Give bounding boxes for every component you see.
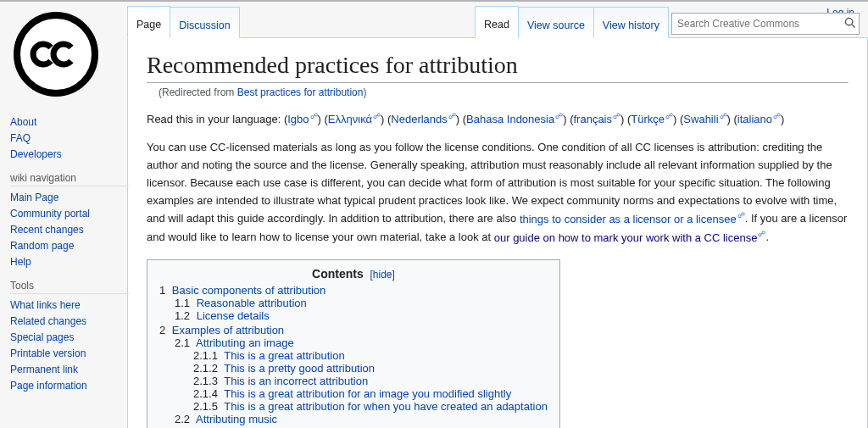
external-link-icon: ☍ <box>448 112 456 120</box>
svg-line-2 <box>852 25 855 27</box>
external-link-icon: ☍ <box>737 211 745 220</box>
sidebar-item[interactable]: Related changes <box>10 315 86 327</box>
toc-link[interactable]: Examples of attribution <box>172 324 284 336</box>
sidebar-primary: AboutFAQDevelopers <box>10 114 129 164</box>
toc-link[interactable]: Basic components of attribution <box>172 284 326 297</box>
tab-row: PageDiscussion ReadView sourceView histo… <box>127 2 868 38</box>
lang-link[interactable]: Bahasa Indonesia <box>466 113 554 125</box>
language-line: Read this in your language: (Igbo☍) (Ελλ… <box>147 110 849 129</box>
sidebar-tools-heading: Tools <box>10 280 129 294</box>
toc-link[interactable]: Attributing music <box>196 413 277 425</box>
tab-view-history[interactable]: View history <box>593 7 669 38</box>
toc-link[interactable]: License details <box>197 309 270 322</box>
sidebar-item[interactable]: About <box>10 116 36 128</box>
lang-link[interactable]: Igbo <box>287 113 309 125</box>
sidebar-item[interactable]: Help <box>10 256 31 268</box>
external-link-icon: ☍ <box>613 112 620 120</box>
svg-point-1 <box>845 18 852 25</box>
sidebar-item[interactable]: Printable version <box>10 347 86 359</box>
redirected-from: (Redirected from Best practices for attr… <box>159 86 849 98</box>
search-icon[interactable] <box>842 17 859 31</box>
table-of-contents: Contents [hide] 1 Basic components of at… <box>147 259 560 428</box>
intro-paragraph: You can use CC-licensed materials as lon… <box>147 139 849 247</box>
tab-discussion[interactable]: Discussion <box>170 7 239 38</box>
toc-link[interactable]: This is an incorrect attribution <box>224 375 368 387</box>
lang-link[interactable]: Türkçe <box>631 113 665 125</box>
main-content: Recommended practices for attribution (R… <box>127 38 868 428</box>
sidebar-nav-heading: wiki navigation <box>10 172 129 186</box>
external-link-icon: ☍ <box>665 112 673 120</box>
sidebar-item[interactable]: Page information <box>10 380 87 392</box>
cc-logo-icon <box>14 12 98 97</box>
sidebar-item[interactable]: What links here <box>10 299 81 311</box>
toc-link[interactable]: This is a great attribution for when you… <box>224 400 548 413</box>
marking-guide-link[interactable]: our guide on how to mark your work with … <box>494 231 766 244</box>
external-link-icon: ☍ <box>310 112 318 120</box>
external-link-icon: ☍ <box>555 112 563 120</box>
sidebar-item[interactable]: Permanent link <box>10 364 78 375</box>
search-box <box>671 13 860 35</box>
tab-view-source[interactable]: View source <box>518 7 594 38</box>
toc-hide-link[interactable]: [hide] <box>370 269 394 281</box>
toc-link[interactable]: Reasonable attribution <box>197 297 307 309</box>
redirected-link[interactable]: Best practices for attribution <box>237 86 364 98</box>
toc-link[interactable]: This is a great attribution for an image… <box>224 387 511 400</box>
lang-link[interactable]: Nederlands <box>391 113 448 125</box>
toc-heading: Contents <box>312 267 364 281</box>
search-input[interactable] <box>672 18 842 30</box>
sidebar-item[interactable]: Recent changes <box>10 224 84 236</box>
external-link-icon: ☍ <box>773 112 781 120</box>
toc-link[interactable]: This is a pretty good attribution <box>224 362 375 375</box>
sidebar: AboutFAQDevelopers wiki navigation Main … <box>0 2 129 400</box>
considerations-link[interactable]: things to consider as a licensor or a li… <box>520 213 745 225</box>
sidebar-item[interactable]: FAQ <box>10 132 31 144</box>
external-link-icon: ☍ <box>720 112 727 120</box>
sidebar-item[interactable]: Random page <box>10 240 74 252</box>
sidebar-item[interactable]: Main Page <box>10 192 58 203</box>
external-link-icon: ☍ <box>373 112 381 120</box>
lang-prefix: Read this in your language: <box>147 113 284 125</box>
lang-link[interactable]: français <box>573 113 612 125</box>
logo-link[interactable] <box>14 86 98 99</box>
page-title: Recommended practices for attribution <box>147 52 849 83</box>
toc-link[interactable]: This is a great attribution <box>224 349 344 362</box>
tab-page[interactable]: Page <box>127 6 170 38</box>
sidebar-item[interactable]: Community portal <box>10 208 90 220</box>
sidebar-item[interactable]: Special pages <box>10 331 74 343</box>
lang-link[interactable]: italiano <box>737 113 772 125</box>
lang-link[interactable]: Swahili <box>683 113 718 125</box>
toc-link[interactable]: Attributing an image <box>196 336 294 349</box>
tab-read[interactable]: Read <box>475 6 519 38</box>
sidebar-item[interactable]: Developers <box>10 148 62 160</box>
lang-link[interactable]: Ελληνικά <box>328 113 372 125</box>
